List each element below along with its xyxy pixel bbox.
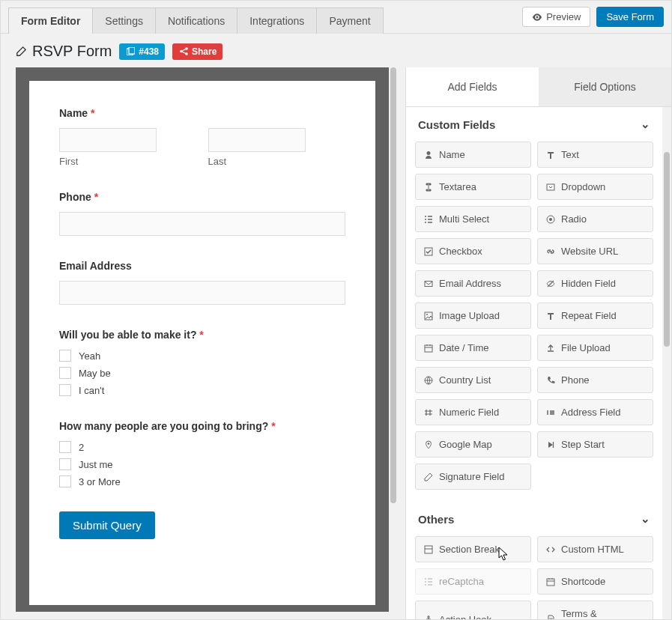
preview-button[interactable]: Preview [522, 7, 590, 27]
field-website-url[interactable]: Website URL [537, 238, 653, 264]
last-name-input[interactable] [208, 128, 306, 152]
field-address-field[interactable]: Address Field [537, 399, 653, 425]
field-date-time[interactable]: Date / Time [415, 335, 531, 361]
field-btn-label: reCaptcha [439, 576, 484, 587]
share-badge[interactable]: Share [172, 43, 223, 60]
textarea-icon [423, 183, 434, 192]
checkbox[interactable] [59, 441, 71, 453]
first-name-input[interactable] [59, 128, 157, 152]
tab-integrations[interactable]: Integrations [237, 7, 317, 34]
form-canvas: Name * First Last Phone * Email Address [16, 67, 389, 612]
field-image-upload[interactable]: Image Upload [415, 303, 531, 329]
field-textarea[interactable]: Textarea [415, 174, 531, 200]
field-radio[interactable]: Radio [537, 206, 653, 232]
option-label: I can't [79, 385, 104, 396]
checkbox[interactable] [59, 384, 71, 396]
chevron-down-icon: ⌄ [641, 118, 650, 131]
svg-point-12 [426, 314, 428, 315]
share-icon [178, 47, 189, 55]
tab-field-options[interactable]: Field Options [539, 67, 671, 106]
option-label: Yeah [79, 350, 100, 362]
shortcode-badge-text: #438 [139, 46, 159, 57]
svg-point-15 [428, 443, 430, 445]
shortcode-icon [545, 577, 556, 586]
field-btn-label: Hidden Field [561, 278, 616, 289]
svg-point-0 [536, 16, 539, 18]
field-file-upload[interactable]: File Upload [537, 335, 653, 361]
field-btn-label: Address Field [561, 407, 620, 418]
field-signature-field[interactable]: Signature Field [415, 464, 531, 490]
section-custom-fields[interactable]: Custom Fields ⌄ [415, 107, 653, 142]
checkbox[interactable] [59, 350, 71, 362]
section-others[interactable]: Others ⌄ [415, 502, 653, 536]
field-btn-label: Radio [561, 213, 587, 225]
field-terms-conditions[interactable]: Terms & Conditions [537, 601, 653, 619]
save-form-button[interactable]: Save Form [596, 7, 664, 27]
sub-first: First [59, 156, 197, 167]
checkbox[interactable] [59, 475, 71, 487]
tab-settings[interactable]: Settings [93, 7, 156, 34]
step-start-icon [545, 440, 556, 449]
field-dropdown[interactable]: Dropdown [537, 174, 653, 200]
field-country-list[interactable]: Country List [415, 367, 531, 393]
section-title: Custom Fields [418, 118, 495, 131]
numeric-field-icon [423, 408, 434, 417]
country-list-icon [423, 376, 434, 385]
radio-icon [545, 215, 556, 224]
tab-payment[interactable]: Payment [317, 7, 383, 34]
email-address-icon [423, 279, 434, 288]
eye-icon [532, 13, 542, 21]
canvas-scrollbar[interactable] [389, 67, 398, 612]
shortcode-badge[interactable]: #438 [119, 43, 165, 60]
field-checkbox[interactable]: Checkbox [415, 238, 531, 264]
field-btn-label: Custom HTML [561, 544, 624, 555]
terms-conditions-icon [545, 615, 556, 619]
multi-select-icon [423, 215, 434, 224]
field-btn-label: Step Start [561, 439, 605, 450]
field-btn-label: Date / Time [439, 342, 488, 353]
svg-rect-13 [425, 345, 432, 352]
field-recaptcha[interactable]: reCaptcha [415, 568, 531, 595]
field-text[interactable]: Text [537, 142, 653, 168]
field-btn-label: Dropdown [561, 181, 605, 192]
tab-notifications[interactable]: Notifications [156, 7, 237, 34]
field-section-break[interactable]: Section Break [415, 536, 531, 562]
field-label-email: Email Address [59, 260, 345, 272]
field-google-map[interactable]: Google Map [415, 431, 531, 458]
field-multi-select[interactable]: Multi Select [415, 206, 531, 232]
email-input[interactable] [59, 281, 345, 305]
field-step-start[interactable]: Step Start [537, 431, 653, 458]
option-label: 2 [79, 442, 84, 453]
action-hook-icon [423, 615, 434, 619]
field-numeric-field[interactable]: Numeric Field [415, 399, 531, 425]
field-repeat-field[interactable]: Repeat Field [537, 303, 653, 329]
svg-point-8 [549, 218, 552, 221]
checkbox[interactable] [59, 367, 71, 379]
preview-label: Preview [546, 11, 581, 22]
chevron-down-icon: ⌄ [641, 512, 650, 526]
field-action-hook[interactable]: Action Hook [415, 601, 531, 619]
text-icon [545, 151, 556, 159]
website-url-icon [545, 247, 556, 256]
field-btn-label: Textarea [439, 181, 476, 192]
phone-input[interactable] [59, 212, 345, 236]
field-phone[interactable]: Phone [537, 367, 653, 393]
share-badge-text: Share [192, 46, 217, 57]
field-name[interactable]: Name [415, 142, 531, 168]
field-shortcode[interactable]: Shortcode [537, 568, 653, 595]
field-btn-label: Email Address [439, 278, 501, 289]
sidebar-scrollbar[interactable] [662, 107, 671, 619]
field-custom-html[interactable]: Custom HTML [537, 536, 653, 562]
date-time-icon [423, 344, 434, 353]
checkbox[interactable] [59, 458, 71, 470]
submit-button[interactable]: Submit Query [59, 511, 155, 539]
svg-rect-16 [425, 546, 432, 553]
main-tabs: Form Editor Settings Notifications Integ… [8, 7, 384, 33]
dropdown-icon [545, 183, 556, 192]
field-hidden-field[interactable]: Hidden Field [537, 270, 653, 297]
tab-add-fields[interactable]: Add Fields [406, 67, 539, 106]
tab-form-editor[interactable]: Form Editor [8, 7, 93, 34]
svg-rect-17 [547, 579, 554, 586]
field-email-address[interactable]: Email Address [415, 270, 531, 297]
field-btn-label: Checkbox [439, 246, 482, 257]
